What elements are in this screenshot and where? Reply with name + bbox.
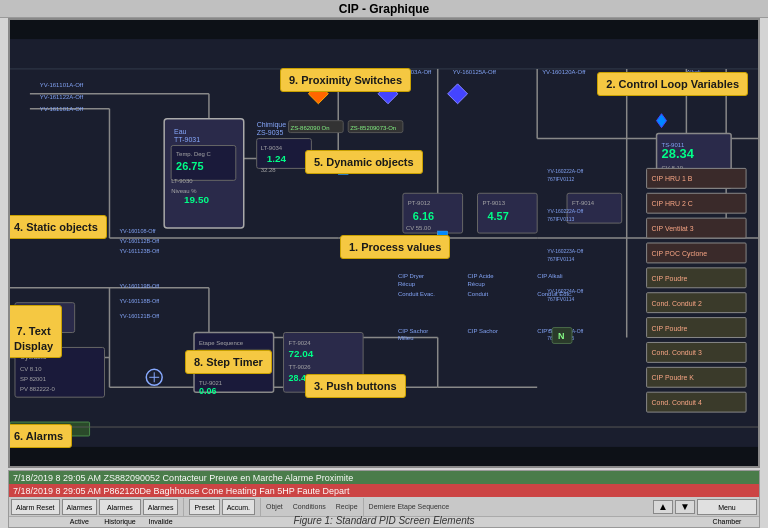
svg-text:767IFV0114: 767IFV0114 [547,297,574,302]
window-title: CIP - Graphique [339,2,429,16]
svg-text:YV-161122A-Off: YV-161122A-Off [40,94,84,100]
toolbar-row: Alarm Reset AlarmesActive AlarmesHistori… [9,497,759,517]
svg-text:28.34: 28.34 [662,146,695,161]
svg-text:PT-9012: PT-9012 [408,200,431,206]
svg-text:767IFV0113: 767IFV0113 [547,217,574,222]
svg-text:YV-160108-Off: YV-160108-Off [119,228,156,234]
svg-text:CIP Acide: CIP Acide [468,273,495,279]
svg-text:PV 882222-0: PV 882222-0 [20,386,55,392]
figure-caption: Figure 1: Standard PID Screen Elements [0,515,768,526]
annotation-push-buttons: 3. Push buttons [305,374,406,398]
svg-text:CIP Sachor: CIP Sachor [468,328,498,334]
title-bar: CIP - Graphique [0,0,768,18]
svg-text:Etape Sequence: Etape Sequence [199,340,244,346]
svg-text:YV-161123B-Off: YV-161123B-Off [119,248,159,254]
svg-text:Eau: Eau [174,128,187,135]
annotation-process-values: 1. Process values [340,235,450,259]
svg-text:ZS-85209073-On: ZS-85209073-On [350,125,396,131]
svg-text:N: N [558,331,564,341]
annotation-text-display: 7. Text Display [8,305,62,358]
annotation-static-objects: 4. Static objects [8,215,107,239]
alarmes-active-btn[interactable]: AlarmesActive [62,499,98,515]
svg-text:6.16: 6.16 [413,210,434,222]
svg-text:CIP Sachor: CIP Sachor [398,328,428,334]
svg-text:Récup: Récup [398,281,416,287]
svg-text:CV 8.10: CV 8.10 [20,366,42,372]
svg-text:Cond. Conduit 4: Cond. Conduit 4 [652,399,702,406]
svg-text:YV-160120A-Off: YV-160120A-Off [542,69,586,75]
svg-text:LT-9034: LT-9034 [261,145,283,151]
svg-text:Conduit Evac.: Conduit Evac. [398,291,435,297]
svg-text:FT-9014: FT-9014 [572,200,595,206]
svg-text:LT-9030: LT-9030 [171,178,193,184]
svg-text:YV-160112B-Off: YV-160112B-Off [119,238,159,244]
alarm-row-1: 7/18/2019 8 29:05 AM ZS882090052 Contact… [9,471,759,484]
pid-screen: Eau TT-9031 Temp. Deg C 26.75 LT-9030 Ni… [8,18,760,468]
svg-text:YV-160222A-Off: YV-160222A-Off [547,169,584,174]
svg-text:Conduit: Conduit [468,291,489,297]
svg-text:YV-160121B-Off: YV-160121B-Off [119,313,159,319]
svg-text:767IFV0112: 767IFV0112 [547,177,574,182]
svg-text:YV-160223A-Off: YV-160223A-Off [547,249,584,254]
alarmes-invalide-btn[interactable]: AlarmesInvalide [143,499,179,515]
svg-text:ZS-862090 On: ZS-862090 On [291,125,330,131]
svg-text:Chimique: Chimique [257,121,287,129]
svg-text:TT-9031: TT-9031 [174,136,200,143]
main-container: CIP - Graphique [0,0,768,528]
svg-text:YV-160119B-Off: YV-160119B-Off [119,283,159,289]
menu-chamber-btn[interactable]: MenuChamber [697,499,757,515]
svg-text:YV-160224A-Off: YV-160224A-Off [547,289,584,294]
svg-text:YV-161101A-Off: YV-161101A-Off [40,82,84,88]
svg-text:Cond. Conduit 3: Cond. Conduit 3 [652,349,702,356]
alarm-row-2: 7/18/2019 8 29:05 AM P862120De Baghhouse… [9,484,759,497]
svg-text:CV 55.00: CV 55.00 [406,225,432,231]
svg-text:YV-161101A-Off: YV-161101A-Off [40,106,84,112]
nav-up-btn[interactable]: ▲ [653,500,673,514]
svg-text:Temp. Deg C: Temp. Deg C [176,151,211,157]
annotation-dynamic-objects: 5. Dynamic objects [305,150,423,174]
svg-text:Cond. Conduit 2: Cond. Conduit 2 [652,300,702,307]
annotation-alarms: 6. Alarms [8,424,72,448]
svg-text:CIP HRU 1  B: CIP HRU 1 B [652,175,693,182]
svg-text:32.28: 32.28 [261,167,277,173]
alarm-reset-btn[interactable]: Alarm Reset [11,499,60,515]
svg-text:CIP Ventilat 3: CIP Ventilat 3 [652,225,694,232]
annotation-step-timer: 8. Step Timer [185,350,272,374]
svg-text:Milieu: Milieu [398,335,414,341]
svg-text:767IFV0114: 767IFV0114 [547,257,574,262]
svg-text:PT-9013: PT-9013 [482,200,505,206]
svg-text:0.06: 0.06 [199,386,216,396]
alarmes-historique-btn[interactable]: AlarmesHistorique [99,499,141,515]
svg-text:1.24: 1.24 [267,153,287,164]
svg-text:CIP Poudre: CIP Poudre [652,275,688,282]
svg-text:4.57: 4.57 [487,210,508,222]
svg-text:CIP Dryer: CIP Dryer [398,273,424,279]
svg-text:72.04: 72.04 [289,348,314,359]
svg-text:19.50: 19.50 [184,194,209,205]
svg-text:26.75: 26.75 [176,160,203,172]
pid-diagram: Eau TT-9031 Temp. Deg C 26.75 LT-9030 Ni… [10,20,758,466]
svg-text:YV-160118B-Off: YV-160118B-Off [119,298,159,304]
nav-down-btn[interactable]: ▼ [675,500,695,514]
alarm-text-1: 7/18/2019 8 29:05 AM ZS882090052 Contact… [13,473,353,483]
svg-text:CIP Poudre K: CIP Poudre K [652,374,695,381]
svg-text:CIP Alkali: CIP Alkali [537,273,562,279]
preset-btn[interactable]: Preset [189,499,219,515]
accum-btn[interactable]: Accum. [222,499,255,515]
annotation-proximity-switches: 9. Proximity Switches [280,68,411,92]
caption-text: Figure 1: Standard PID Screen Elements [293,515,474,526]
svg-text:SP 82001: SP 82001 [20,376,47,382]
svg-text:YV-160125A-Off: YV-160125A-Off [453,69,497,75]
svg-text:TT-9026: TT-9026 [289,364,312,370]
svg-text:CIP POC  Cyclone: CIP POC Cyclone [652,250,708,258]
alarm-text-2: 7/18/2019 8 29:05 AM P862120De Baghhouse… [13,486,350,496]
svg-text:Récup: Récup [468,281,486,287]
svg-text:CIP HRU 2  C: CIP HRU 2 C [652,200,693,207]
svg-text:FT-9024: FT-9024 [289,340,312,346]
svg-text:ZS-9035: ZS-9035 [257,129,284,136]
annotation-control-loop: 2. Control Loop Variables [597,72,748,96]
svg-text:CIP Poudre: CIP Poudre [652,325,688,332]
svg-text:YV-160222A-Off: YV-160222A-Off [547,209,584,214]
